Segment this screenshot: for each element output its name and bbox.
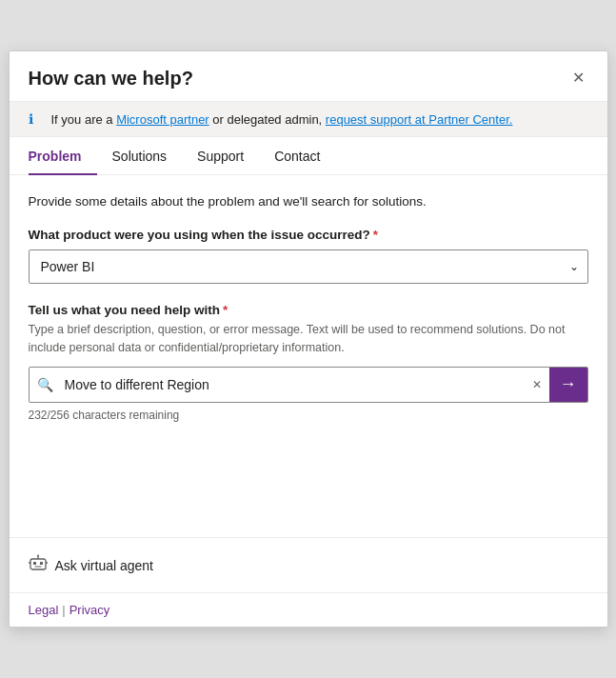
help-dialog: How can we help? ✕ ℹ If you are a Micros…: [9, 50, 608, 628]
virtual-agent-label: Ask virtual agent: [55, 558, 154, 573]
dialog-title: How can we help?: [29, 68, 193, 90]
info-text: If you are a Microsoft partner or delega…: [51, 112, 513, 127]
search-input-container: 🔍 ✕ →: [29, 367, 588, 403]
svg-point-5: [37, 555, 39, 557]
svg-rect-1: [33, 562, 36, 565]
description-text: Provide some details about the problem a…: [29, 194, 588, 209]
tab-support[interactable]: Support: [182, 137, 259, 175]
search-submit-button[interactable]: →: [549, 368, 587, 402]
help-field: Tell us what you need help with* Type a …: [29, 303, 588, 422]
required-star-product: *: [373, 228, 378, 242]
product-field: What product were you using when the iss…: [29, 228, 588, 284]
dialog-footer: Ask virtual agent: [10, 537, 607, 592]
tabs-container: Problem Solutions Support Contact: [10, 137, 607, 175]
dialog-header: How can we help? ✕: [10, 51, 607, 102]
microsoft-partner-link[interactable]: Microsoft partner: [116, 112, 209, 127]
legal-link[interactable]: Legal: [29, 603, 59, 617]
help-search-input[interactable]: [61, 368, 525, 402]
product-dropdown[interactable]: Power BI Azure Microsoft 365 Other: [29, 249, 588, 284]
virtual-agent-button[interactable]: Ask virtual agent: [29, 549, 154, 581]
info-icon: ℹ: [29, 111, 44, 127]
svg-rect-2: [40, 562, 43, 565]
info-banner: ℹ If you are a Microsoft partner or dele…: [10, 102, 607, 137]
tab-solutions[interactable]: Solutions: [97, 137, 183, 175]
char-count: 232/256 characters remaining: [29, 409, 588, 422]
required-star-help: *: [223, 303, 228, 317]
tab-problem[interactable]: Problem: [29, 137, 97, 175]
close-icon: ✕: [572, 70, 585, 86]
bot-icon: [29, 553, 48, 577]
help-description: Type a brief description, question, or e…: [29, 321, 588, 357]
privacy-link[interactable]: Privacy: [70, 603, 110, 617]
help-label: Tell us what you need help with*: [29, 303, 588, 317]
dialog-body: Provide some details about the problem a…: [10, 175, 607, 537]
dialog-links: Legal | Privacy: [10, 592, 607, 627]
tab-contact[interactable]: Contact: [259, 137, 335, 175]
dropdown-container: Power BI Azure Microsoft 365 Other ⌄: [29, 249, 588, 284]
clear-icon: ✕: [532, 378, 542, 391]
submit-arrow-icon: →: [560, 374, 577, 394]
clear-input-button[interactable]: ✕: [525, 368, 549, 402]
product-label: What product were you using when the iss…: [29, 228, 588, 242]
svg-rect-0: [30, 559, 46, 569]
link-separator: |: [62, 603, 65, 617]
close-button[interactable]: ✕: [568, 67, 588, 90]
partner-center-link[interactable]: request support at Partner Center.: [326, 112, 513, 127]
search-icon: 🔍: [30, 368, 61, 402]
